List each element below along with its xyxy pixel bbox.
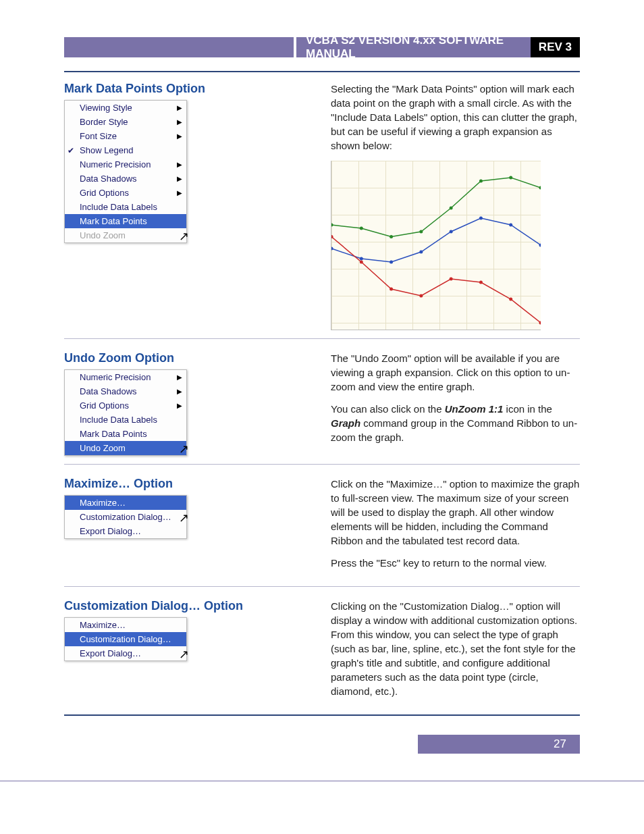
menu-item-mark-data-points[interactable]: Mark Data Points bbox=[65, 427, 186, 441]
svg-point-18 bbox=[390, 288, 393, 291]
menu-item-viewing-style[interactable]: Viewing Style▶ bbox=[65, 101, 186, 115]
section-title-customization: Customization Dialog… Option bbox=[64, 599, 314, 613]
section-title-mark: Mark Data Points Option bbox=[64, 82, 314, 96]
cursor-icon: ↖ bbox=[179, 647, 189, 662]
example-chart bbox=[331, 161, 541, 330]
svg-point-21 bbox=[479, 281, 483, 284]
svg-point-9 bbox=[360, 257, 363, 261]
submenu-arrow-icon: ▶ bbox=[177, 132, 182, 140]
svg-point-11 bbox=[419, 251, 423, 254]
svg-point-0 bbox=[331, 224, 333, 227]
svg-point-14 bbox=[509, 224, 512, 227]
svg-point-13 bbox=[479, 217, 483, 220]
document-header: VCBA S2 VERSION 4.xx SOFTWARE MANUAL REV… bbox=[64, 37, 580, 57]
menu-item-undo-zoom: Undo Zoom↖ bbox=[65, 228, 186, 242]
menu-item-data-shadows[interactable]: Data Shadows▶ bbox=[65, 384, 186, 398]
body-text: Press the "Esc" key to return to the nor… bbox=[331, 556, 580, 570]
chart-lines bbox=[331, 161, 541, 330]
document-footer: 27 bbox=[64, 735, 580, 754]
svg-point-1 bbox=[360, 227, 363, 230]
body-text: Selecting the "Mark Data Points" option … bbox=[331, 82, 580, 153]
menu-item-numeric-precision[interactable]: Numeric Precision▶ bbox=[65, 370, 186, 384]
context-menu-mark[interactable]: Viewing Style▶ Border Style▶ Font Size▶ … bbox=[64, 100, 187, 243]
svg-point-8 bbox=[331, 247, 333, 251]
svg-point-7 bbox=[539, 186, 541, 190]
unzoom-icon-ref: UnZoom 1:1 bbox=[445, 403, 504, 415]
context-menu-undo[interactable]: Numeric Precision▶ Data Shadows▶ Grid Op… bbox=[64, 369, 187, 456]
page-number: 27 bbox=[554, 737, 566, 751]
menu-item-show-legend[interactable]: ✔Show Legend bbox=[65, 143, 186, 157]
svg-point-20 bbox=[450, 278, 453, 281]
menu-item-customization-dialog[interactable]: Customization Dialog… bbox=[65, 632, 186, 646]
context-menu-maximize[interactable]: Maximize… Customization Dialog…↖ Export … bbox=[64, 495, 187, 539]
menu-item-numeric-precision[interactable]: Numeric Precision▶ bbox=[65, 157, 186, 172]
svg-point-17 bbox=[360, 261, 363, 264]
svg-point-5 bbox=[479, 180, 483, 183]
menu-item-grid-options[interactable]: Grid Options▶ bbox=[65, 186, 186, 200]
submenu-arrow-icon: ▶ bbox=[177, 118, 182, 126]
section-title-undo: Undo Zoom Option bbox=[64, 351, 314, 365]
submenu-arrow-icon: ▶ bbox=[177, 373, 182, 381]
document-revision: REV 3 bbox=[531, 37, 580, 57]
context-menu-customization[interactable]: Maximize… Customization Dialog… Export D… bbox=[64, 617, 187, 661]
svg-point-22 bbox=[509, 298, 512, 301]
menu-item-maximize[interactable]: Maximize… bbox=[65, 618, 186, 632]
svg-point-10 bbox=[390, 261, 393, 264]
header-accent bbox=[64, 37, 294, 57]
checkmark-icon: ✔ bbox=[68, 146, 74, 155]
menu-item-include-data-labels[interactable]: Include Data Labels bbox=[65, 413, 186, 427]
menu-item-customization-dialog[interactable]: Customization Dialog…↖ bbox=[65, 510, 186, 524]
submenu-arrow-icon: ▶ bbox=[177, 189, 182, 197]
section-title-maximize: Maximize… Option bbox=[64, 477, 314, 491]
svg-point-2 bbox=[390, 235, 393, 238]
svg-point-12 bbox=[450, 230, 453, 234]
graph-group-ref: Graph bbox=[331, 417, 360, 429]
menu-item-data-shadows[interactable]: Data Shadows▶ bbox=[65, 172, 186, 186]
menu-item-undo-zoom[interactable]: Undo Zoom↖ bbox=[65, 441, 186, 455]
submenu-arrow-icon: ▶ bbox=[177, 175, 182, 182]
submenu-arrow-icon: ▶ bbox=[177, 388, 182, 395]
submenu-arrow-icon: ▶ bbox=[177, 104, 182, 111]
menu-item-maximize[interactable]: Maximize… bbox=[65, 496, 186, 510]
menu-item-export-dialog[interactable]: Export Dialog… bbox=[65, 524, 186, 538]
body-text: Click on the "Maximize…" option to maxim… bbox=[331, 477, 580, 548]
menu-item-font-size[interactable]: Font Size▶ bbox=[65, 129, 186, 143]
submenu-arrow-icon: ▶ bbox=[177, 161, 182, 168]
body-text: The "Undo Zoom" option will be available… bbox=[331, 351, 580, 394]
svg-point-19 bbox=[419, 294, 423, 298]
submenu-arrow-icon: ▶ bbox=[177, 402, 182, 409]
cursor-icon: ↖ bbox=[179, 229, 189, 244]
svg-point-4 bbox=[450, 207, 453, 210]
svg-point-6 bbox=[509, 176, 512, 180]
cursor-icon: ↖ bbox=[179, 511, 189, 525]
menu-item-export-dialog[interactable]: Export Dialog…↖ bbox=[65, 646, 186, 660]
body-text: Clicking on the "Customization Dialog…" … bbox=[331, 599, 580, 698]
header-rule bbox=[64, 71, 580, 72]
menu-item-mark-data-points[interactable]: Mark Data Points bbox=[65, 214, 186, 228]
menu-item-border-style[interactable]: Border Style▶ bbox=[65, 115, 186, 129]
menu-item-include-data-labels[interactable]: Include Data Labels bbox=[65, 200, 186, 214]
body-text: You can also click on the UnZoom 1:1 ico… bbox=[331, 402, 580, 444]
cursor-icon: ↖ bbox=[179, 442, 189, 457]
menu-item-grid-options[interactable]: Grid Options▶ bbox=[65, 398, 186, 413]
svg-point-3 bbox=[419, 230, 423, 234]
document-title: VCBA S2 VERSION 4.xx SOFTWARE MANUAL bbox=[294, 37, 531, 57]
